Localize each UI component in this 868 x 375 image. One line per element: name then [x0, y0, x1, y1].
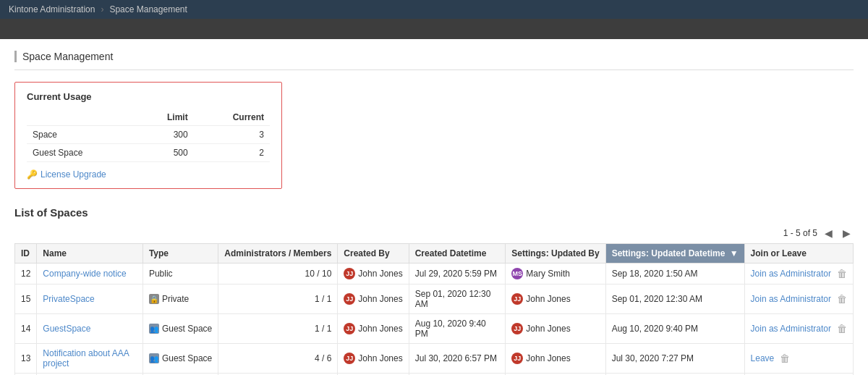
guest-icon: 👥 — [149, 324, 159, 334]
avatar: JJ — [344, 323, 355, 334]
delete-icon[interactable]: 🗑 — [837, 293, 847, 305]
cell-created-by: JJ John Jones — [338, 285, 409, 314]
col-name: Name — [37, 244, 143, 264]
cell-join-leave: Join as Administrator 🗑 — [744, 314, 853, 344]
space-name-link[interactable]: GuestSpace — [43, 324, 90, 334]
space-name-link[interactable]: Notification about AAA project — [43, 348, 129, 368]
col-created-by: Created By — [338, 244, 409, 264]
cell-name: Company-wide notice — [37, 264, 143, 285]
usage-box-title: Current Usage — [27, 91, 270, 102]
avatar: JJ — [344, 353, 355, 364]
cell-created-datetime: Jul 29, 2020 5:59 PM — [409, 264, 506, 285]
delete-icon[interactable]: 🗑 — [837, 323, 847, 334]
cell-name: PrivateSpace — [37, 285, 143, 314]
cell-updated-datetime: Sep 18, 2020 1:50 AM — [605, 264, 744, 285]
usage-limit: 500 — [136, 144, 193, 162]
table-row: 12 Company-wide notice Public 10 / 10 JJ… — [15, 264, 854, 285]
breadcrumb-kintone-admin[interactable]: Kintone Administration — [9, 4, 95, 14]
cell-updated-by: JJ John Jones — [506, 285, 605, 314]
usage-table: Limit Current Space 300 3 Guest Space 50… — [27, 109, 270, 162]
col-updated-datetime[interactable]: Settings: Updated Datetime ▼ — [605, 244, 744, 264]
cell-id: 15 — [15, 285, 37, 314]
table-row: 14 GuestSpace 👥Guest Space 1 / 1 JJ John… — [15, 314, 854, 344]
cell-members: 1 / 1 — [218, 285, 338, 314]
cell-created-datetime: Jul 30, 2020 6:57 PM — [409, 344, 506, 374]
usage-col-label — [27, 109, 136, 126]
spaces-section-title: List of Spaces — [14, 206, 854, 219]
avatar: JJ — [511, 293, 523, 305]
private-icon: 🔒 — [149, 294, 159, 304]
col-join-leave: Join or Leave — [744, 244, 853, 264]
cell-updated-datetime: Aug 10, 2020 9:40 PM — [605, 314, 744, 344]
col-id: ID — [15, 244, 37, 264]
leave-link[interactable]: Leave — [751, 353, 775, 363]
usage-label: Space — [27, 126, 136, 144]
license-upgrade-link[interactable]: 🔑 License Upgrade — [27, 169, 270, 180]
table-row: 15 PrivateSpace 🔒Private 1 / 1 JJ John J… — [15, 285, 854, 314]
sort-arrow-icon: ▼ — [730, 248, 739, 258]
cell-members: 4 / 6 — [218, 344, 338, 374]
cell-created-datetime: Sep 01, 2020 12:30 AM — [409, 285, 506, 314]
cell-id: 13 — [15, 344, 37, 374]
cell-created-by: JJ John Jones — [338, 344, 409, 374]
usage-limit: 300 — [136, 126, 193, 144]
guest-icon: 👥 — [149, 353, 159, 363]
breadcrumb-separator: › — [101, 4, 103, 14]
pagination-prev-button[interactable]: ◀ — [822, 226, 835, 240]
cell-name: GuestSpace — [37, 314, 143, 344]
delete-icon[interactable]: 🗑 — [837, 268, 847, 279]
space-name-link[interactable]: PrivateSpace — [43, 294, 94, 304]
license-icon: 🔑 — [27, 169, 38, 180]
usage-row: Guest Space 500 2 — [27, 144, 270, 162]
dark-toolbar-bar — [0, 19, 868, 39]
spaces-table: ID Name Type Administrators / Members Cr… — [14, 243, 854, 375]
cell-created-by: JJ John Jones — [338, 264, 409, 285]
cell-join-leave: Join as Administrator 🗑 — [744, 285, 853, 314]
avatar: JJ — [511, 353, 523, 364]
usage-current: 3 — [194, 126, 270, 144]
current-usage-box: Current Usage Limit Current Space 300 3 … — [14, 82, 282, 189]
cell-updated-by: JJ John Jones — [506, 314, 605, 344]
top-navigation: Kintone Administration › Space Managemen… — [0, 0, 868, 19]
avatar: MS — [511, 268, 523, 279]
join-admin-link[interactable]: Join as Administrator — [751, 324, 831, 334]
main-content: Space Management Current Usage Limit Cur… — [0, 39, 868, 375]
table-row: 13 Notification about AAA project 👥Guest… — [15, 344, 854, 374]
usage-col-limit: Limit — [136, 109, 193, 126]
cell-updated-datetime: Jul 30, 2020 7:27 PM — [605, 344, 744, 374]
cell-created-by: JJ John Jones — [338, 314, 409, 344]
cell-type: 🔒Private — [142, 285, 218, 314]
cell-type: 👥Guest Space — [142, 314, 218, 344]
avatar: JJ — [344, 268, 355, 279]
cell-updated-by: JJ John Jones — [506, 344, 605, 374]
avatar: JJ — [511, 323, 523, 334]
usage-current: 2 — [194, 144, 270, 162]
col-updated-by: Settings: Updated By — [506, 244, 605, 264]
usage-label: Guest Space — [27, 144, 136, 162]
cell-join-leave: Leave 🗑 — [744, 344, 853, 374]
cell-id: 14 — [15, 314, 37, 344]
license-upgrade-label: License Upgrade — [41, 169, 106, 180]
breadcrumb-space-management[interactable]: Space Management — [109, 4, 187, 14]
col-created-datetime: Created Datetime — [409, 244, 506, 264]
cell-name: Notification about AAA project — [37, 344, 143, 374]
cell-type: Public — [142, 264, 218, 285]
join-admin-link[interactable]: Join as Administrator — [751, 294, 831, 304]
pagination-text: 1 - 5 of 5 — [783, 228, 817, 238]
usage-row: Space 300 3 — [27, 126, 270, 144]
page-title-bar: Space Management — [14, 51, 854, 70]
pagination-next-button[interactable]: ▶ — [840, 226, 854, 240]
page-title: Space Management — [22, 51, 113, 62]
cell-updated-datetime: Sep 01, 2020 12:30 AM — [605, 285, 744, 314]
avatar: JJ — [344, 293, 355, 305]
delete-icon[interactable]: 🗑 — [780, 353, 790, 364]
cell-type: 👥Guest Space — [142, 344, 218, 374]
col-members: Administrators / Members — [218, 244, 338, 264]
pagination-bar: 1 - 5 of 5 ◀ ▶ — [14, 226, 854, 240]
col-type: Type — [142, 244, 218, 264]
cell-join-leave: Join as Administrator 🗑 — [744, 264, 853, 285]
space-name-link[interactable]: Company-wide notice — [43, 269, 126, 279]
usage-col-current: Current — [194, 109, 270, 126]
cell-id: 12 — [15, 264, 37, 285]
join-admin-link[interactable]: Join as Administrator — [751, 269, 831, 279]
